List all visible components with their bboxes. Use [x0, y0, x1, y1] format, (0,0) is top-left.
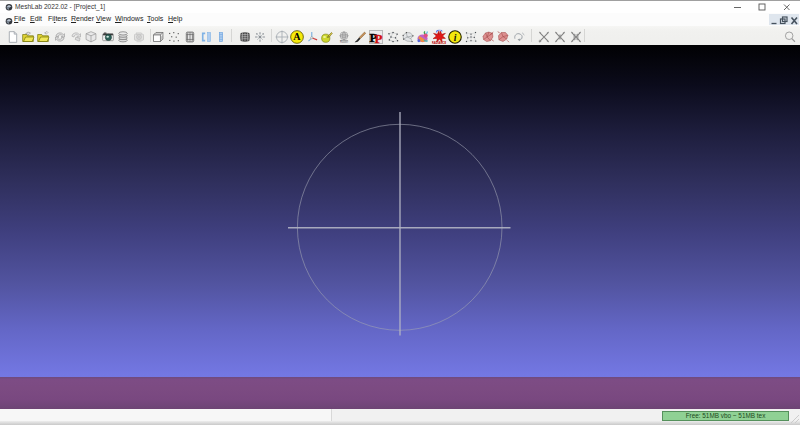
svg-text:RADIANCE: RADIANCE [432, 40, 447, 43]
svg-text:A: A [293, 31, 301, 42]
svg-text:P: P [374, 31, 382, 43]
svg-text:i: i [454, 31, 457, 42]
svg-text:Raster: Raster [340, 40, 348, 43]
